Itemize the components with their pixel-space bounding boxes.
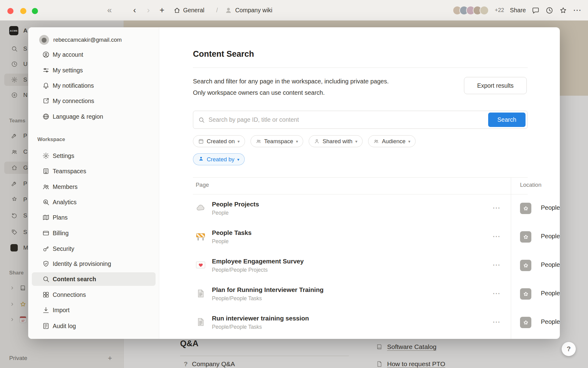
breadcrumb-teamspace[interactable]: General bbox=[183, 0, 204, 21]
account-avatar bbox=[39, 35, 49, 45]
nav-label: Audit log bbox=[53, 323, 76, 330]
settings-nav-my-notifications[interactable]: My notifications bbox=[32, 79, 156, 92]
panel-title: Content Search bbox=[193, 49, 254, 59]
back-icon[interactable]: ‹ bbox=[133, 0, 136, 21]
settings-nav-audit-log[interactable]: Audit log bbox=[32, 319, 156, 333]
nav-label: Language & region bbox=[53, 113, 103, 120]
filter-audience[interactable]: Audience ▾ bbox=[368, 135, 416, 147]
settings-nav-security[interactable]: Security bbox=[32, 242, 156, 255]
filter-label: Audience bbox=[382, 138, 405, 145]
page-emoji-icon bbox=[225, 0, 232, 21]
home-icon bbox=[173, 0, 181, 21]
traffic-light-close[interactable] bbox=[7, 8, 13, 14]
settings-nav-teamspaces[interactable]: Teamspaces bbox=[32, 164, 156, 178]
gear-icon bbox=[42, 152, 50, 159]
settings-nav-identity-provisioning[interactable]: Identity & provisioning bbox=[32, 257, 156, 270]
workspace-section-label: Workspace bbox=[37, 136, 65, 143]
table-row[interactable]: Employee Engagement Survey People/People… bbox=[193, 251, 560, 280]
settings-nav-my-settings[interactable]: My settings bbox=[32, 63, 156, 77]
comments-icon[interactable] bbox=[532, 6, 540, 14]
page-title[interactable]: People Tasks bbox=[212, 229, 252, 236]
panel-description: Search and filter for any page in the wo… bbox=[193, 76, 469, 98]
row-more-icon[interactable]: ⋯ bbox=[492, 203, 500, 212]
nav-label: Connections bbox=[53, 291, 86, 298]
new-tab-icon[interactable]: + bbox=[160, 0, 164, 21]
favorite-star-icon[interactable] bbox=[559, 6, 567, 14]
row-more-icon[interactable]: ⋯ bbox=[492, 232, 500, 241]
traffic-light-zoom[interactable] bbox=[32, 8, 38, 14]
settings-nav-connections[interactable]: Connections bbox=[32, 288, 156, 301]
help-button[interactable]: ? bbox=[562, 342, 576, 356]
table-row[interactable]: People Projects People ⋯ People Share bbox=[193, 194, 560, 223]
row-more-icon[interactable]: ⋯ bbox=[492, 289, 500, 298]
search-input[interactable] bbox=[209, 111, 478, 128]
nav-label: Settings bbox=[53, 152, 74, 159]
analytics-icon bbox=[42, 198, 50, 206]
filter-shared-with[interactable]: Shared with ▾ bbox=[309, 135, 363, 147]
sidebar-collapse-icon[interactable]: « bbox=[107, 0, 112, 21]
collaborator-avatars[interactable] bbox=[453, 6, 489, 15]
table-row[interactable]: People Tasks People ⋯ People Share bbox=[193, 223, 560, 251]
breadcrumb-page[interactable]: Company wiki bbox=[235, 0, 272, 21]
teamspace-flower-icon bbox=[520, 231, 531, 243]
person-icon bbox=[314, 138, 320, 144]
table-row[interactable]: Run interviewer training session People/… bbox=[193, 308, 560, 337]
updates-clock-icon[interactable] bbox=[545, 6, 553, 14]
cloud-icon bbox=[195, 203, 206, 213]
settings-nav-content-search[interactable]: Content search bbox=[32, 272, 156, 286]
settings-nav-my-account[interactable]: My account bbox=[32, 48, 156, 61]
page-title[interactable]: Employee Engagement Survey bbox=[212, 258, 304, 265]
page-title[interactable]: Plan for Running Interviewer Training bbox=[212, 286, 324, 293]
nav-label: My notifications bbox=[53, 82, 94, 89]
calendar-icon bbox=[198, 138, 204, 144]
settings-nav-my-connections[interactable]: My connections bbox=[32, 94, 156, 108]
row-more-icon[interactable]: ⋯ bbox=[492, 317, 500, 326]
avatar bbox=[480, 6, 489, 15]
person-icon bbox=[198, 156, 204, 163]
row-more-icon[interactable]: ⋯ bbox=[492, 260, 500, 269]
grid-icon bbox=[42, 291, 50, 298]
filter-chips: Created on ▾ Teamspace ▾ Shared with ▾ A… bbox=[193, 135, 416, 147]
settings-nav-import[interactable]: Import bbox=[32, 303, 156, 317]
page-icon bbox=[195, 288, 206, 299]
traffic-light-minimize[interactable] bbox=[20, 8, 26, 14]
page-icon bbox=[195, 317, 206, 327]
filter-label: Created on bbox=[207, 138, 235, 145]
page-title[interactable]: People Projects bbox=[212, 201, 259, 208]
more-options-icon[interactable]: ⋯ bbox=[573, 6, 581, 14]
sliders-icon bbox=[42, 67, 50, 74]
settings-nav-billing[interactable]: Billing bbox=[32, 226, 156, 240]
column-header-page: Page bbox=[196, 182, 209, 188]
table-row[interactable]: Plan for Running Interviewer Training Pe… bbox=[193, 280, 560, 308]
filter-created-on[interactable]: Created on ▾ bbox=[193, 135, 245, 147]
page-title[interactable]: Run interviewer training session bbox=[212, 315, 309, 322]
location-label: People bbox=[541, 290, 560, 297]
breadcrumb-separator: / bbox=[216, 0, 218, 21]
settings-nav-members[interactable]: Members bbox=[32, 180, 156, 194]
person-icon bbox=[42, 51, 50, 58]
description-line: Only workspace owners can use content se… bbox=[193, 87, 469, 98]
share-button[interactable]: Share bbox=[510, 7, 526, 14]
map-icon bbox=[42, 214, 50, 221]
forward-icon[interactable]: › bbox=[147, 0, 150, 21]
page-path: People/People Tasks bbox=[212, 324, 262, 330]
avatar-overflow-count[interactable]: +22 bbox=[495, 7, 504, 13]
table-top-border bbox=[193, 177, 528, 178]
nav-label: Teamspaces bbox=[53, 168, 86, 175]
chevron-down-icon: ▾ bbox=[237, 157, 239, 162]
settings-nav-plans[interactable]: Plans bbox=[32, 211, 156, 224]
filter-teamspace[interactable]: Teamspace ▾ bbox=[251, 135, 303, 147]
filter-label: Created by bbox=[207, 156, 235, 163]
export-results-button[interactable]: Export results bbox=[464, 77, 527, 94]
content-search-bar: Search bbox=[193, 111, 528, 129]
settings-nav-settings[interactable]: Settings bbox=[32, 149, 156, 163]
teamspace-flower-icon bbox=[520, 288, 531, 300]
bell-icon bbox=[42, 82, 50, 89]
settings-nav-analytics[interactable]: Analytics bbox=[32, 195, 156, 209]
arrow-out-box-icon bbox=[42, 97, 50, 105]
search-button[interactable]: Search bbox=[488, 113, 526, 127]
settings-nav-language-region[interactable]: Language & region bbox=[32, 110, 156, 123]
filter-label: Shared with bbox=[322, 138, 352, 145]
filter-created-by[interactable]: Created by ▾ bbox=[193, 153, 245, 165]
page-path: People/People Projects bbox=[212, 267, 268, 273]
